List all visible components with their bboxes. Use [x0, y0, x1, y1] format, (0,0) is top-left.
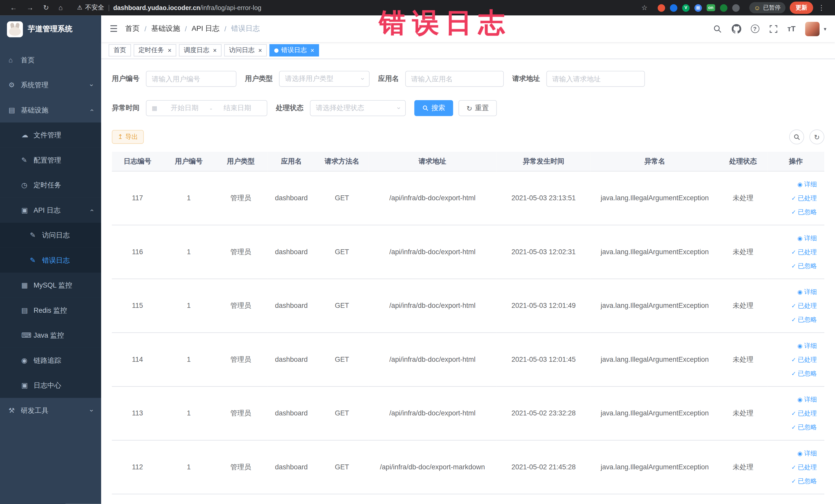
kebab-menu-icon[interactable]: ⋮	[813, 4, 830, 12]
export-button-label: 导出	[125, 133, 138, 141]
cell-status: 未处理	[719, 171, 767, 225]
action-detail[interactable]: ◉详细	[767, 446, 817, 460]
caret-down-icon[interactable]: ▾	[824, 26, 826, 32]
annotation-overlay: 错误日志	[379, 5, 511, 41]
sidebar-item-dev-tools[interactable]: ⚒研发工具›	[0, 398, 101, 423]
sidebar-item-file[interactable]: ☁文件管理	[0, 122, 101, 148]
menu-home-icon: ⌂	[8, 56, 21, 64]
action-processed[interactable]: ✓已处理	[767, 299, 817, 313]
avatar[interactable]	[805, 22, 820, 36]
breadcrumb-item[interactable]: 基础设施	[151, 24, 180, 33]
update-button[interactable]: 更新	[790, 2, 813, 14]
tab-访问日志[interactable]: 访问日志×	[224, 44, 267, 57]
action-ignore[interactable]: ✓已忽略	[767, 366, 817, 380]
star-bookmark-icon[interactable]: ☆	[636, 4, 652, 12]
action-processed[interactable]: ✓已处理	[767, 460, 817, 474]
action-processed[interactable]: ✓已处理	[767, 406, 817, 420]
menu-gear-icon: ⚙	[8, 81, 21, 89]
cell-id: 116	[112, 225, 163, 279]
sidebar-item-config[interactable]: ✎配置管理	[0, 148, 101, 173]
export-button[interactable]: ↥ 导出	[112, 130, 144, 144]
action-label: 已处理	[798, 463, 817, 471]
action-processed[interactable]: ✓已处理	[767, 191, 817, 205]
sidebar-item-mysql[interactable]: ▦MySQL 监控	[0, 273, 101, 298]
extension-leaf-icon[interactable]	[720, 4, 727, 12]
hamburger-icon[interactable]: ☰	[109, 23, 118, 35]
breadcrumb-item[interactable]: API 日志	[191, 24, 220, 33]
help-icon[interactable]: ?	[751, 24, 759, 33]
chevron-up-icon: ›	[88, 209, 95, 211]
action-detail[interactable]: ◉详细	[767, 338, 817, 352]
sidebar-item-api-log[interactable]: ▣API 日志›	[0, 198, 101, 223]
tab-首页[interactable]: 首页	[108, 44, 131, 57]
extension-green-v-icon[interactable]: V	[682, 4, 690, 12]
app-name-input[interactable]	[405, 71, 504, 87]
sidebar-item-error-log[interactable]: ✎错误日志	[0, 248, 101, 273]
sidebar-item-trace[interactable]: ◉链路追踪	[0, 348, 101, 373]
user-type-select[interactable]: 请选择用户类型 ›	[279, 71, 370, 87]
reload-icon[interactable]: ↻	[38, 4, 54, 12]
action-processed[interactable]: ✓已处理	[767, 352, 817, 366]
refresh-table-button[interactable]: ↻	[809, 129, 824, 144]
forward-icon[interactable]: →	[22, 4, 38, 12]
sidebar-item-job[interactable]: ◷定时任务	[0, 173, 101, 198]
close-icon[interactable]: ×	[213, 47, 217, 54]
process-status-select[interactable]: 请选择处理状态 ›	[310, 100, 406, 116]
action-detail[interactable]: ◉详细	[767, 177, 817, 191]
user-id-input[interactable]	[146, 71, 237, 87]
calendar-icon: ▦	[152, 105, 157, 112]
search-button[interactable]: 搜索	[414, 100, 453, 116]
close-icon[interactable]: ×	[258, 47, 262, 54]
smiley-icon: ☺	[754, 4, 760, 12]
action-ignore[interactable]: ✓已忽略	[767, 474, 817, 488]
action-detail[interactable]: ◉详细	[767, 392, 817, 406]
check-icon: ✓	[791, 195, 796, 201]
extension-blue-grid-icon[interactable]: ▦	[694, 4, 702, 12]
sidebar-item-label: 研发工具	[21, 406, 90, 415]
check-icon: ✓	[791, 262, 796, 269]
action-processed[interactable]: ✓已处理	[767, 245, 817, 259]
action-ignore[interactable]: ✓已忽略	[767, 420, 817, 434]
close-icon[interactable]: ×	[168, 47, 171, 54]
extension-dark-icon[interactable]	[732, 4, 739, 12]
request-url-input[interactable]	[547, 71, 645, 87]
close-icon[interactable]: ×	[311, 47, 314, 54]
extension-blue-drop-icon[interactable]	[670, 4, 677, 12]
column-header: 请求地址	[368, 152, 497, 171]
sidebar-item-log-center[interactable]: ▣日志中心	[0, 373, 101, 398]
action-ignore[interactable]: ✓已忽略	[767, 259, 817, 273]
action-detail[interactable]: ◉详细	[767, 285, 817, 299]
tab-调度日志[interactable]: 调度日志×	[179, 44, 222, 57]
exception-time-range[interactable]: ▦ 开始日期 - 结束日期	[146, 100, 267, 116]
sidebar-item-home[interactable]: ⌂首页	[0, 47, 101, 73]
action-label: 已忽略	[798, 423, 817, 430]
filter-user-type: 用户类型 请选择用户类型 ›	[245, 71, 369, 87]
sidebar-item-access-log[interactable]: ✎访问日志	[0, 223, 101, 248]
table-row: 1131管理员dashboardGET/api/infra/db-doc/exp…	[112, 386, 824, 440]
tab-定时任务[interactable]: 定时任务×	[134, 44, 176, 57]
tab-错误日志[interactable]: 错误日志×	[269, 44, 319, 57]
column-header: 异常名	[591, 152, 719, 171]
extension-on-badge-icon[interactable]: on	[707, 4, 715, 11]
menu-doc-icon: ✎	[30, 256, 42, 264]
sidebar-item-system[interactable]: ⚙系统管理›	[0, 73, 101, 98]
menu-mysql-icon: ▦	[21, 281, 34, 289]
address-bar[interactable]: ⚠ 不安全 dashboard.yudao.iocoder.cn/infra/l…	[70, 3, 633, 12]
action-ignore[interactable]: ✓已忽略	[767, 313, 817, 326]
paused-badge[interactable]: ☺ 已暂停	[749, 2, 786, 13]
action-detail[interactable]: ◉详细	[767, 231, 817, 245]
action-ignore[interactable]: ✓已忽略	[767, 205, 817, 219]
reset-button[interactable]: ↻ 重置	[459, 100, 497, 116]
github-icon[interactable]	[732, 24, 741, 33]
fullscreen-icon[interactable]	[769, 24, 778, 33]
search-icon[interactable]	[713, 24, 722, 33]
extension-red-icon[interactable]	[658, 4, 665, 12]
sidebar-item-redis[interactable]: ▤Redis 监控	[0, 298, 101, 323]
sidebar-item-java[interactable]: ⌨Java 监控	[0, 323, 101, 348]
home-icon[interactable]: ⌂	[54, 4, 67, 12]
hide-search-button[interactable]	[789, 129, 804, 144]
font-size-icon[interactable]: тT	[787, 24, 795, 33]
breadcrumb-item[interactable]: 首页	[125, 24, 140, 33]
back-icon[interactable]: ←	[5, 4, 22, 12]
sidebar-item-infra[interactable]: ▤基础设施›	[0, 98, 101, 123]
